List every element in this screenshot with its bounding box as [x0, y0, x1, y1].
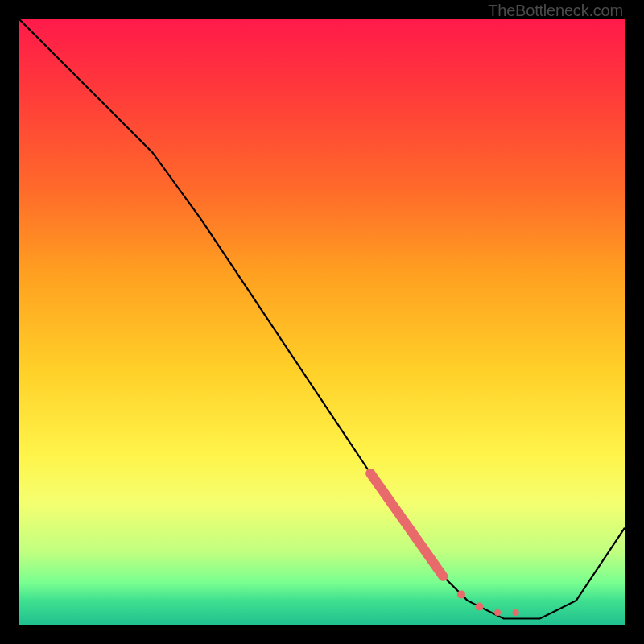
watermark-text: TheBottleneck.com	[488, 2, 623, 20]
svg-point-3	[513, 609, 519, 616]
chart-overlay	[19, 19, 625, 625]
svg-point-2	[494, 609, 501, 616]
highlight-dots	[370, 473, 518, 616]
chart-container: TheBottleneck.com	[0, 0, 644, 644]
svg-point-1	[476, 602, 484, 610]
curve-line	[19, 19, 625, 619]
svg-point-0	[457, 590, 465, 598]
